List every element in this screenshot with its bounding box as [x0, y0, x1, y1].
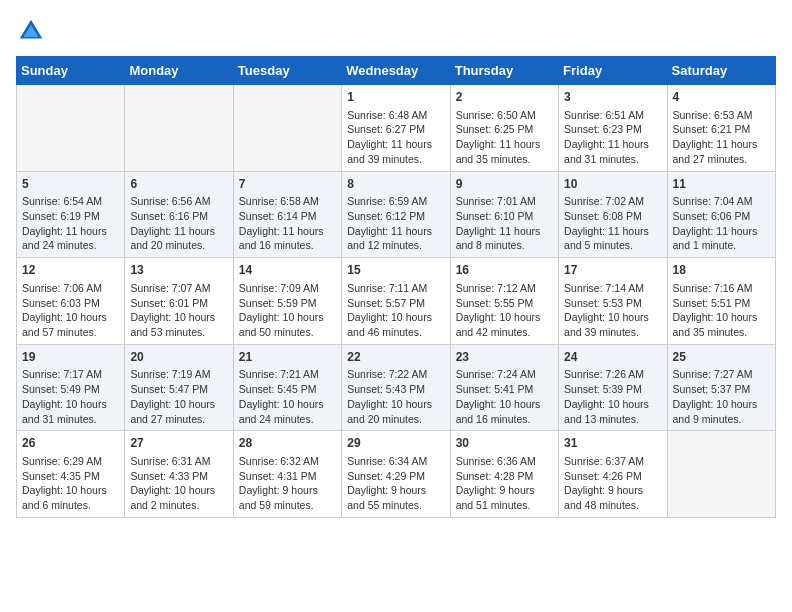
- day-number: 31: [564, 435, 661, 452]
- daylight-text: and 16 minutes.: [456, 412, 553, 427]
- sunrise-text: Sunrise: 6:37 AM: [564, 454, 661, 469]
- calendar-week-row: 1Sunrise: 6:48 AMSunset: 6:27 PMDaylight…: [17, 85, 776, 172]
- sunrise-text: Sunrise: 7:12 AM: [456, 281, 553, 296]
- daylight-text: and 51 minutes.: [456, 498, 553, 513]
- daylight-text: Daylight: 9 hours: [347, 483, 444, 498]
- daylight-text: and 57 minutes.: [22, 325, 119, 340]
- daylight-text: Daylight: 11 hours: [564, 224, 661, 239]
- daylight-text: Daylight: 10 hours: [564, 397, 661, 412]
- calendar-week-row: 12Sunrise: 7:06 AMSunset: 6:03 PMDayligh…: [17, 258, 776, 345]
- day-number: 8: [347, 176, 444, 193]
- calendar-cell: 16Sunrise: 7:12 AMSunset: 5:55 PMDayligh…: [450, 258, 558, 345]
- sunrise-text: Sunrise: 7:04 AM: [673, 194, 770, 209]
- calendar-cell: 14Sunrise: 7:09 AMSunset: 5:59 PMDayligh…: [233, 258, 341, 345]
- daylight-text: and 31 minutes.: [564, 152, 661, 167]
- sunset-text: Sunset: 6:01 PM: [130, 296, 227, 311]
- sunrise-text: Sunrise: 7:27 AM: [673, 367, 770, 382]
- weekday-header-friday: Friday: [559, 57, 667, 85]
- sunset-text: Sunset: 6:23 PM: [564, 122, 661, 137]
- daylight-text: Daylight: 10 hours: [673, 310, 770, 325]
- day-number: 15: [347, 262, 444, 279]
- daylight-text: Daylight: 10 hours: [347, 397, 444, 412]
- day-number: 14: [239, 262, 336, 279]
- sunset-text: Sunset: 4:28 PM: [456, 469, 553, 484]
- daylight-text: Daylight: 9 hours: [239, 483, 336, 498]
- sunset-text: Sunset: 6:21 PM: [673, 122, 770, 137]
- calendar-cell: 22Sunrise: 7:22 AMSunset: 5:43 PMDayligh…: [342, 344, 450, 431]
- calendar-cell: 26Sunrise: 6:29 AMSunset: 4:35 PMDayligh…: [17, 431, 125, 518]
- daylight-text: Daylight: 11 hours: [564, 137, 661, 152]
- daylight-text: Daylight: 10 hours: [239, 310, 336, 325]
- sunset-text: Sunset: 5:59 PM: [239, 296, 336, 311]
- sunset-text: Sunset: 4:26 PM: [564, 469, 661, 484]
- calendar-cell: 28Sunrise: 6:32 AMSunset: 4:31 PMDayligh…: [233, 431, 341, 518]
- sunset-text: Sunset: 5:47 PM: [130, 382, 227, 397]
- calendar-cell: 2Sunrise: 6:50 AMSunset: 6:25 PMDaylight…: [450, 85, 558, 172]
- calendar-cell: [233, 85, 341, 172]
- daylight-text: Daylight: 10 hours: [22, 483, 119, 498]
- sunset-text: Sunset: 5:57 PM: [347, 296, 444, 311]
- weekday-header-wednesday: Wednesday: [342, 57, 450, 85]
- day-number: 25: [673, 349, 770, 366]
- daylight-text: Daylight: 10 hours: [22, 310, 119, 325]
- daylight-text: Daylight: 11 hours: [347, 224, 444, 239]
- sunrise-text: Sunrise: 7:02 AM: [564, 194, 661, 209]
- calendar-cell: 20Sunrise: 7:19 AMSunset: 5:47 PMDayligh…: [125, 344, 233, 431]
- sunset-text: Sunset: 5:53 PM: [564, 296, 661, 311]
- sunrise-text: Sunrise: 7:09 AM: [239, 281, 336, 296]
- weekday-header-monday: Monday: [125, 57, 233, 85]
- day-number: 4: [673, 89, 770, 106]
- calendar-cell: 3Sunrise: 6:51 AMSunset: 6:23 PMDaylight…: [559, 85, 667, 172]
- daylight-text: and 12 minutes.: [347, 238, 444, 253]
- daylight-text: Daylight: 11 hours: [456, 137, 553, 152]
- calendar-cell: 1Sunrise: 6:48 AMSunset: 6:27 PMDaylight…: [342, 85, 450, 172]
- sunrise-text: Sunrise: 6:48 AM: [347, 108, 444, 123]
- sunset-text: Sunset: 6:14 PM: [239, 209, 336, 224]
- daylight-text: and 42 minutes.: [456, 325, 553, 340]
- daylight-text: and 50 minutes.: [239, 325, 336, 340]
- daylight-text: Daylight: 10 hours: [22, 397, 119, 412]
- sunrise-text: Sunrise: 6:59 AM: [347, 194, 444, 209]
- daylight-text: and 53 minutes.: [130, 325, 227, 340]
- daylight-text: and 20 minutes.: [130, 238, 227, 253]
- calendar-cell: 7Sunrise: 6:58 AMSunset: 6:14 PMDaylight…: [233, 171, 341, 258]
- calendar-cell: 4Sunrise: 6:53 AMSunset: 6:21 PMDaylight…: [667, 85, 775, 172]
- day-number: 11: [673, 176, 770, 193]
- daylight-text: Daylight: 9 hours: [564, 483, 661, 498]
- calendar-cell: 18Sunrise: 7:16 AMSunset: 5:51 PMDayligh…: [667, 258, 775, 345]
- calendar-cell: 24Sunrise: 7:26 AMSunset: 5:39 PMDayligh…: [559, 344, 667, 431]
- sunrise-text: Sunrise: 6:51 AM: [564, 108, 661, 123]
- day-number: 21: [239, 349, 336, 366]
- sunset-text: Sunset: 4:31 PM: [239, 469, 336, 484]
- day-number: 22: [347, 349, 444, 366]
- daylight-text: and 9 minutes.: [673, 412, 770, 427]
- sunrise-text: Sunrise: 6:29 AM: [22, 454, 119, 469]
- sunrise-text: Sunrise: 7:26 AM: [564, 367, 661, 382]
- daylight-text: and 20 minutes.: [347, 412, 444, 427]
- daylight-text: and 24 minutes.: [22, 238, 119, 253]
- calendar-week-row: 26Sunrise: 6:29 AMSunset: 4:35 PMDayligh…: [17, 431, 776, 518]
- sunset-text: Sunset: 5:41 PM: [456, 382, 553, 397]
- calendar-cell: 17Sunrise: 7:14 AMSunset: 5:53 PMDayligh…: [559, 258, 667, 345]
- sunset-text: Sunset: 6:12 PM: [347, 209, 444, 224]
- daylight-text: and 1 minute.: [673, 238, 770, 253]
- calendar-cell: 31Sunrise: 6:37 AMSunset: 4:26 PMDayligh…: [559, 431, 667, 518]
- calendar-cell: 29Sunrise: 6:34 AMSunset: 4:29 PMDayligh…: [342, 431, 450, 518]
- sunrise-text: Sunrise: 6:36 AM: [456, 454, 553, 469]
- day-number: 13: [130, 262, 227, 279]
- daylight-text: and 6 minutes.: [22, 498, 119, 513]
- sunrise-text: Sunrise: 7:07 AM: [130, 281, 227, 296]
- daylight-text: and 2 minutes.: [130, 498, 227, 513]
- sunrise-text: Sunrise: 7:24 AM: [456, 367, 553, 382]
- calendar-cell: 6Sunrise: 6:56 AMSunset: 6:16 PMDaylight…: [125, 171, 233, 258]
- daylight-text: Daylight: 11 hours: [22, 224, 119, 239]
- daylight-text: and 27 minutes.: [673, 152, 770, 167]
- weekday-header-row: SundayMondayTuesdayWednesdayThursdayFrid…: [17, 57, 776, 85]
- daylight-text: and 46 minutes.: [347, 325, 444, 340]
- daylight-text: Daylight: 11 hours: [130, 224, 227, 239]
- daylight-text: and 35 minutes.: [673, 325, 770, 340]
- sunset-text: Sunset: 6:16 PM: [130, 209, 227, 224]
- daylight-text: and 24 minutes.: [239, 412, 336, 427]
- daylight-text: Daylight: 9 hours: [456, 483, 553, 498]
- day-number: 12: [22, 262, 119, 279]
